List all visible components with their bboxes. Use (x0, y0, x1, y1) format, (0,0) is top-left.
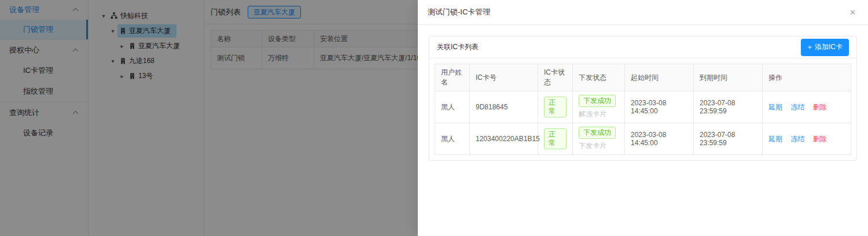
extend-link[interactable]: 延期 (768, 135, 782, 143)
card-section-title: 关联IC卡列表 (437, 42, 479, 52)
end-time-cell: 2023-07-08 23:59:59 (694, 91, 763, 123)
column-header-card-no: IC卡号 (470, 64, 538, 91)
start-time-cell: 2023-03-08 14:45:00 (625, 91, 694, 123)
close-icon[interactable]: ✕ (847, 6, 858, 19)
card-body: 用户姓名 IC卡号 IC卡状态 下发状态 起始时间 到期时间 操作 黑人 9D8 (429, 58, 856, 160)
ic-card-drawer: 测试门锁-IC卡管理 ✕ 关联IC卡列表 + 添加IC卡 (418, 0, 868, 236)
status-badge: 正常 (544, 128, 567, 149)
status-badge: 下发成功 (579, 95, 616, 107)
operations-cell: 延期 冻结 删除 (763, 123, 851, 155)
column-header-start-time: 起始时间 (625, 64, 694, 91)
operations-cell: 延期 冻结 删除 (763, 91, 851, 123)
unfreeze-card-link[interactable]: 解冻卡片 (579, 109, 619, 119)
issue-card-link[interactable]: 下发卡片 (579, 141, 619, 151)
column-header-operations: 操作 (763, 64, 851, 91)
table-row: 黑人 9D818645 正常 下发成功 解冻卡片 2023-03-08 14:4… (435, 91, 851, 123)
delete-link[interactable]: 删除 (813, 103, 827, 111)
issue-status-cell: 下发成功 下发卡片 (573, 123, 625, 155)
plus-icon: + (807, 43, 812, 51)
card-header: 关联IC卡列表 + 添加IC卡 (429, 36, 856, 58)
column-header-user-name: 用户姓名 (435, 64, 470, 91)
status-badge: 下发成功 (579, 127, 616, 139)
status-badge: 正常 (544, 97, 567, 117)
add-ic-card-button-label: 添加IC卡 (815, 42, 843, 52)
add-ic-card-button[interactable]: + 添加IC卡 (801, 39, 849, 56)
table-row: 黑人 1203400220AB1B15 正常 下发成功 下发卡片 2023-03… (435, 123, 851, 155)
issue-status-cell: 下发成功 解冻卡片 (573, 91, 625, 123)
delete-link[interactable]: 删除 (813, 135, 827, 143)
modal-overlay[interactable] (0, 0, 418, 236)
card-status-cell: 正常 (538, 123, 573, 155)
drawer-header: 测试门锁-IC卡管理 ✕ (418, 0, 868, 25)
start-time-cell: 2023-03-08 14:45:00 (625, 123, 694, 155)
user-name-cell: 黑人 (435, 91, 470, 123)
freeze-link[interactable]: 冻结 (790, 135, 804, 143)
drawer-title: 测试门锁-IC卡管理 (428, 7, 490, 17)
ic-table-header-row: 用户姓名 IC卡号 IC卡状态 下发状态 起始时间 到期时间 操作 (435, 64, 851, 91)
card-no-cell: 1203400220AB1B15 (470, 123, 538, 155)
drawer-body: 关联IC卡列表 + 添加IC卡 用户姓名 IC卡号 (418, 25, 868, 172)
extend-link[interactable]: 延期 (768, 103, 782, 111)
column-header-issue-status: 下发状态 (573, 64, 625, 91)
column-header-card-status: IC卡状态 (538, 64, 573, 91)
end-time-cell: 2023-07-08 23:59:59 (694, 123, 763, 155)
user-name-cell: 黑人 (435, 123, 470, 155)
card-no-cell: 9D818645 (470, 91, 538, 123)
ic-card-table: 用户姓名 IC卡号 IC卡状态 下发状态 起始时间 到期时间 操作 黑人 9D8 (435, 64, 851, 155)
column-header-end-time: 到期时间 (694, 64, 763, 91)
card-status-cell: 正常 (538, 91, 573, 123)
ic-card-list-card: 关联IC卡列表 + 添加IC卡 用户姓名 IC卡号 (429, 36, 857, 161)
freeze-link[interactable]: 冻结 (790, 103, 804, 111)
